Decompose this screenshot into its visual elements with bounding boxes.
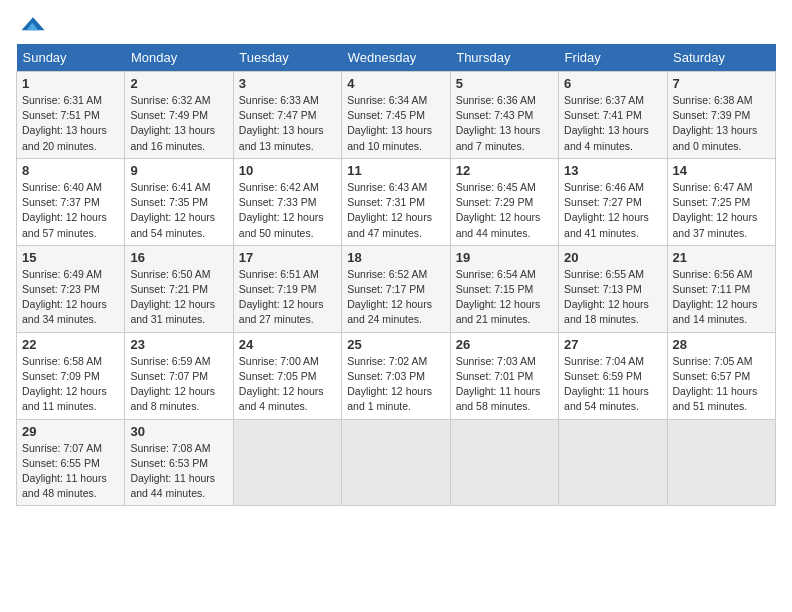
table-row: 2 Sunrise: 6:32 AM Sunset: 7:49 PM Dayli… bbox=[125, 72, 233, 159]
day-number: 20 bbox=[564, 250, 661, 265]
day-number: 24 bbox=[239, 337, 336, 352]
table-row bbox=[233, 419, 341, 506]
table-row: 19 Sunrise: 6:54 AM Sunset: 7:15 PM Dayl… bbox=[450, 245, 558, 332]
day-info: Sunrise: 6:59 AM Sunset: 7:07 PM Dayligh… bbox=[130, 354, 227, 415]
table-row: 12 Sunrise: 6:45 AM Sunset: 7:29 PM Dayl… bbox=[450, 158, 558, 245]
day-number: 1 bbox=[22, 76, 119, 91]
day-info: Sunrise: 6:56 AM Sunset: 7:11 PM Dayligh… bbox=[673, 267, 770, 328]
table-row: 6 Sunrise: 6:37 AM Sunset: 7:41 PM Dayli… bbox=[559, 72, 667, 159]
logo bbox=[16, 16, 50, 34]
table-row bbox=[450, 419, 558, 506]
table-row: 25 Sunrise: 7:02 AM Sunset: 7:03 PM Dayl… bbox=[342, 332, 450, 419]
day-info: Sunrise: 6:51 AM Sunset: 7:19 PM Dayligh… bbox=[239, 267, 336, 328]
table-row: 4 Sunrise: 6:34 AM Sunset: 7:45 PM Dayli… bbox=[342, 72, 450, 159]
table-row: 7 Sunrise: 6:38 AM Sunset: 7:39 PM Dayli… bbox=[667, 72, 775, 159]
day-number: 22 bbox=[22, 337, 119, 352]
day-number: 4 bbox=[347, 76, 444, 91]
day-number: 5 bbox=[456, 76, 553, 91]
day-info: Sunrise: 6:38 AM Sunset: 7:39 PM Dayligh… bbox=[673, 93, 770, 154]
day-info: Sunrise: 7:07 AM Sunset: 6:55 PM Dayligh… bbox=[22, 441, 119, 502]
day-info: Sunrise: 6:40 AM Sunset: 7:37 PM Dayligh… bbox=[22, 180, 119, 241]
table-row bbox=[667, 419, 775, 506]
table-row: 9 Sunrise: 6:41 AM Sunset: 7:35 PM Dayli… bbox=[125, 158, 233, 245]
day-info: Sunrise: 7:00 AM Sunset: 7:05 PM Dayligh… bbox=[239, 354, 336, 415]
day-number: 19 bbox=[456, 250, 553, 265]
day-number: 2 bbox=[130, 76, 227, 91]
table-row: 29 Sunrise: 7:07 AM Sunset: 6:55 PM Dayl… bbox=[17, 419, 125, 506]
table-row: 30 Sunrise: 7:08 AM Sunset: 6:53 PM Dayl… bbox=[125, 419, 233, 506]
day-info: Sunrise: 7:02 AM Sunset: 7:03 PM Dayligh… bbox=[347, 354, 444, 415]
day-number: 26 bbox=[456, 337, 553, 352]
day-info: Sunrise: 6:31 AM Sunset: 7:51 PM Dayligh… bbox=[22, 93, 119, 154]
table-row: 5 Sunrise: 6:36 AM Sunset: 7:43 PM Dayli… bbox=[450, 72, 558, 159]
table-row: 15 Sunrise: 6:49 AM Sunset: 7:23 PM Dayl… bbox=[17, 245, 125, 332]
day-number: 17 bbox=[239, 250, 336, 265]
calendar: SundayMondayTuesdayWednesdayThursdayFrid… bbox=[16, 44, 776, 506]
day-number: 28 bbox=[673, 337, 770, 352]
table-row: 13 Sunrise: 6:46 AM Sunset: 7:27 PM Dayl… bbox=[559, 158, 667, 245]
table-row: 1 Sunrise: 6:31 AM Sunset: 7:51 PM Dayli… bbox=[17, 72, 125, 159]
table-row: 14 Sunrise: 6:47 AM Sunset: 7:25 PM Dayl… bbox=[667, 158, 775, 245]
day-info: Sunrise: 7:03 AM Sunset: 7:01 PM Dayligh… bbox=[456, 354, 553, 415]
day-info: Sunrise: 6:32 AM Sunset: 7:49 PM Dayligh… bbox=[130, 93, 227, 154]
table-row: 20 Sunrise: 6:55 AM Sunset: 7:13 PM Dayl… bbox=[559, 245, 667, 332]
day-number: 14 bbox=[673, 163, 770, 178]
table-row bbox=[342, 419, 450, 506]
day-info: Sunrise: 6:50 AM Sunset: 7:21 PM Dayligh… bbox=[130, 267, 227, 328]
day-of-week-saturday: Saturday bbox=[667, 44, 775, 72]
day-of-week-sunday: Sunday bbox=[17, 44, 125, 72]
day-number: 8 bbox=[22, 163, 119, 178]
table-row: 23 Sunrise: 6:59 AM Sunset: 7:07 PM Dayl… bbox=[125, 332, 233, 419]
day-info: Sunrise: 6:45 AM Sunset: 7:29 PM Dayligh… bbox=[456, 180, 553, 241]
day-info: Sunrise: 6:52 AM Sunset: 7:17 PM Dayligh… bbox=[347, 267, 444, 328]
day-of-week-friday: Friday bbox=[559, 44, 667, 72]
day-info: Sunrise: 6:42 AM Sunset: 7:33 PM Dayligh… bbox=[239, 180, 336, 241]
day-info: Sunrise: 6:34 AM Sunset: 7:45 PM Dayligh… bbox=[347, 93, 444, 154]
day-number: 16 bbox=[130, 250, 227, 265]
day-info: Sunrise: 6:36 AM Sunset: 7:43 PM Dayligh… bbox=[456, 93, 553, 154]
day-info: Sunrise: 6:37 AM Sunset: 7:41 PM Dayligh… bbox=[564, 93, 661, 154]
day-number: 12 bbox=[456, 163, 553, 178]
day-number: 21 bbox=[673, 250, 770, 265]
day-number: 9 bbox=[130, 163, 227, 178]
table-row: 26 Sunrise: 7:03 AM Sunset: 7:01 PM Dayl… bbox=[450, 332, 558, 419]
day-info: Sunrise: 6:41 AM Sunset: 7:35 PM Dayligh… bbox=[130, 180, 227, 241]
table-row: 28 Sunrise: 7:05 AM Sunset: 6:57 PM Dayl… bbox=[667, 332, 775, 419]
table-row: 22 Sunrise: 6:58 AM Sunset: 7:09 PM Dayl… bbox=[17, 332, 125, 419]
day-info: Sunrise: 6:33 AM Sunset: 7:47 PM Dayligh… bbox=[239, 93, 336, 154]
day-info: Sunrise: 6:46 AM Sunset: 7:27 PM Dayligh… bbox=[564, 180, 661, 241]
day-number: 29 bbox=[22, 424, 119, 439]
day-info: Sunrise: 7:08 AM Sunset: 6:53 PM Dayligh… bbox=[130, 441, 227, 502]
table-row: 17 Sunrise: 6:51 AM Sunset: 7:19 PM Dayl… bbox=[233, 245, 341, 332]
table-row bbox=[559, 419, 667, 506]
day-number: 7 bbox=[673, 76, 770, 91]
day-number: 23 bbox=[130, 337, 227, 352]
day-number: 11 bbox=[347, 163, 444, 178]
table-row: 18 Sunrise: 6:52 AM Sunset: 7:17 PM Dayl… bbox=[342, 245, 450, 332]
day-number: 3 bbox=[239, 76, 336, 91]
day-number: 30 bbox=[130, 424, 227, 439]
table-row: 27 Sunrise: 7:04 AM Sunset: 6:59 PM Dayl… bbox=[559, 332, 667, 419]
table-row: 11 Sunrise: 6:43 AM Sunset: 7:31 PM Dayl… bbox=[342, 158, 450, 245]
day-info: Sunrise: 6:55 AM Sunset: 7:13 PM Dayligh… bbox=[564, 267, 661, 328]
day-of-week-wednesday: Wednesday bbox=[342, 44, 450, 72]
day-number: 25 bbox=[347, 337, 444, 352]
day-number: 10 bbox=[239, 163, 336, 178]
table-row: 24 Sunrise: 7:00 AM Sunset: 7:05 PM Dayl… bbox=[233, 332, 341, 419]
day-info: Sunrise: 6:47 AM Sunset: 7:25 PM Dayligh… bbox=[673, 180, 770, 241]
table-row: 3 Sunrise: 6:33 AM Sunset: 7:47 PM Dayli… bbox=[233, 72, 341, 159]
day-number: 13 bbox=[564, 163, 661, 178]
day-number: 18 bbox=[347, 250, 444, 265]
day-info: Sunrise: 6:43 AM Sunset: 7:31 PM Dayligh… bbox=[347, 180, 444, 241]
day-number: 6 bbox=[564, 76, 661, 91]
day-number: 15 bbox=[22, 250, 119, 265]
logo-icon bbox=[18, 16, 48, 34]
day-info: Sunrise: 6:58 AM Sunset: 7:09 PM Dayligh… bbox=[22, 354, 119, 415]
day-info: Sunrise: 7:05 AM Sunset: 6:57 PM Dayligh… bbox=[673, 354, 770, 415]
day-info: Sunrise: 6:49 AM Sunset: 7:23 PM Dayligh… bbox=[22, 267, 119, 328]
table-row: 21 Sunrise: 6:56 AM Sunset: 7:11 PM Dayl… bbox=[667, 245, 775, 332]
day-number: 27 bbox=[564, 337, 661, 352]
day-info: Sunrise: 6:54 AM Sunset: 7:15 PM Dayligh… bbox=[456, 267, 553, 328]
day-of-week-tuesday: Tuesday bbox=[233, 44, 341, 72]
table-row: 10 Sunrise: 6:42 AM Sunset: 7:33 PM Dayl… bbox=[233, 158, 341, 245]
